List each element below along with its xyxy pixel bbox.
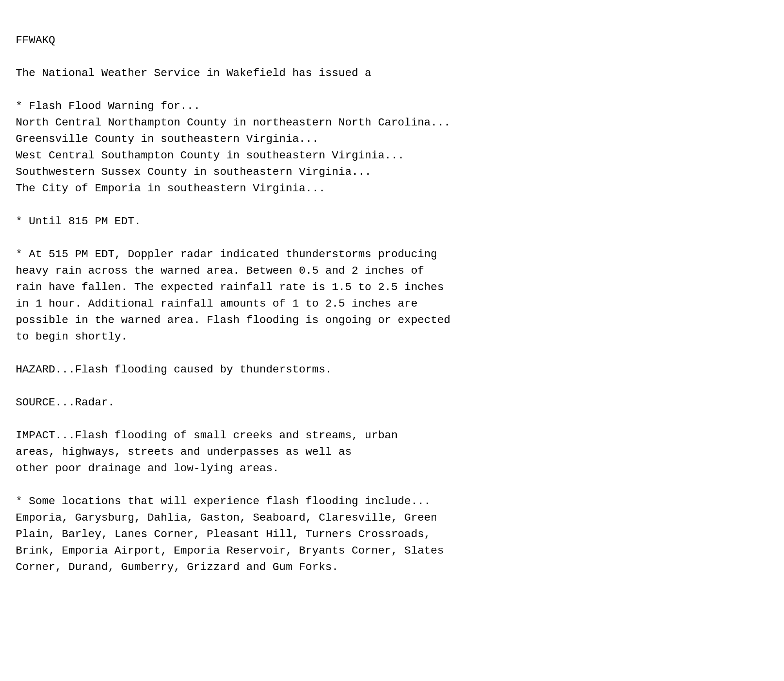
text-line-header: FFWAKQ xyxy=(16,32,768,49)
empty-line-blank1 xyxy=(16,49,768,65)
text-line-warning-header: * Flash Flood Warning for... xyxy=(16,98,768,114)
text-line-location4: Southwestern Sussex County in southeaste… xyxy=(16,164,768,180)
empty-line-blank4 xyxy=(16,230,768,246)
text-line-source: SOURCE...Radar. xyxy=(16,394,768,411)
text-line-location5: The City of Emporia in southeastern Virg… xyxy=(16,180,768,197)
text-line-location3: West Central Southampton County in south… xyxy=(16,147,768,164)
text-line-location2: Greensville County in southeastern Virgi… xyxy=(16,131,768,147)
text-line-hazard: HAZARD...Flash flooding caused by thunde… xyxy=(16,361,768,378)
text-line-impact: IMPACT...Flash flooding of small creeks … xyxy=(16,427,768,477)
document-content: FFWAKQThe National Weather Service in Wa… xyxy=(16,16,768,576)
text-line-at-line: * At 515 PM EDT, Doppler radar indicated… xyxy=(16,246,768,345)
text-line-location1: North Central Northampton County in nort… xyxy=(16,114,768,131)
empty-line-blank3 xyxy=(16,197,768,213)
empty-line-blank2 xyxy=(16,82,768,98)
empty-line-blank7 xyxy=(16,411,768,427)
empty-line-blank8 xyxy=(16,477,768,493)
empty-line-blank6 xyxy=(16,378,768,394)
text-line-locations-header: * Some locations that will experience fl… xyxy=(16,493,768,510)
text-line-locations-list: Emporia, Garysburg, Dahlia, Gaston, Seab… xyxy=(16,510,768,576)
empty-line-blank5 xyxy=(16,345,768,361)
text-line-until: * Until 815 PM EDT. xyxy=(16,213,768,230)
text-line-intro: The National Weather Service in Wakefiel… xyxy=(16,65,768,82)
